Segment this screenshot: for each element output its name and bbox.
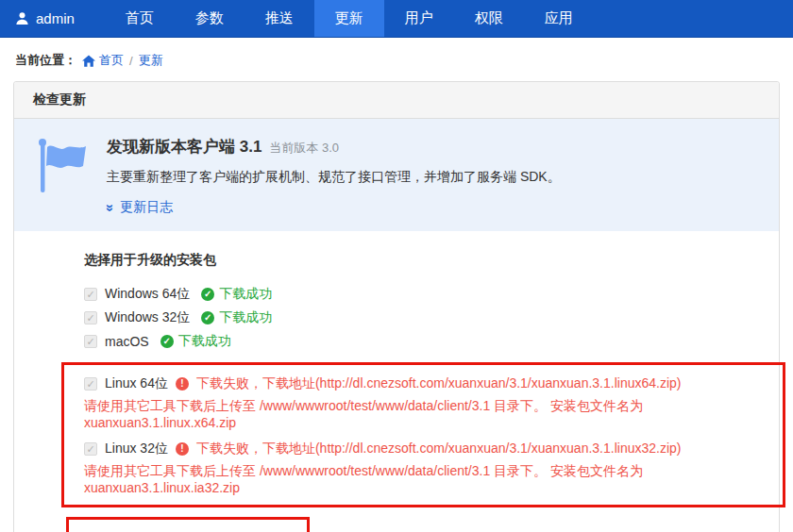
annotation-box-strategy: 选择升级策略 强制 可选 立即发布更新 或 仅保存更新 <box>66 517 310 532</box>
notice-content: 发现新版本客户端 3.1 当前版本 3.0 主要重新整理了客户端的扩展机制、规范… <box>107 136 561 216</box>
packages-section-title: 选择用于升级的安装包 <box>84 252 771 269</box>
annotation-box-failed-packages: ✓ Linux 64位 ! 下载失败，下载地址(http://dl.cnezso… <box>61 362 785 507</box>
nav-item-home[interactable]: 首页 <box>105 0 175 37</box>
current-version-text: 当前版本 3.0 <box>269 140 339 157</box>
changelog-link[interactable]: » 更新日志 <box>107 199 561 216</box>
breadcrumb-home-link[interactable]: 首页 <box>82 52 124 69</box>
package-row-windows32: ✓ Windows 32位 ✓ 下载成功 <box>84 306 771 329</box>
nav-item-params[interactable]: 参数 <box>175 0 245 37</box>
checkbox-windows32[interactable]: ✓ <box>84 311 97 324</box>
download-success-text: 下载成功 <box>219 309 272 326</box>
package-label: macOS <box>105 334 149 349</box>
checkbox-windows64[interactable]: ✓ <box>84 288 97 301</box>
checkbox-linux32[interactable]: ✓ <box>84 442 97 456</box>
checkbox-linux64[interactable]: ✓ <box>84 377 97 391</box>
check-update-panel: 检查更新 发现新版本客户端 3.1 当前版本 3.0 主要重新整理了客户端的扩展… <box>13 81 780 532</box>
success-check-icon: ✓ <box>201 288 214 301</box>
changelog-link-label: 更新日志 <box>120 199 173 216</box>
manual-upload-hint: 请使用其它工具下载后上传至 /www/wwwroot/test/www/data… <box>84 463 773 495</box>
panel-body: 选择用于升级的安装包 ✓ Windows 64位 ✓ 下载成功 ✓ Window… <box>14 231 779 532</box>
nav-item-permissions[interactable]: 权限 <box>454 0 524 37</box>
breadcrumb-separator: / <box>129 54 133 68</box>
manual-upload-hint: 请使用其它工具下载后上传至 /www/wwwroot/test/www/data… <box>84 398 773 430</box>
nav-item-apps[interactable]: 应用 <box>524 0 594 37</box>
user-icon <box>15 11 29 25</box>
user-name: admin <box>36 10 75 26</box>
chevron-double-down-icon: » <box>104 204 118 211</box>
success-check-icon: ✓ <box>160 335 174 348</box>
download-failed-text: 下载失败，下载地址(http://dl.cnezsoft.com/xuanxua… <box>196 375 682 392</box>
breadcrumb-current-link[interactable]: 更新 <box>139 52 163 69</box>
user-menu[interactable]: admin <box>0 0 90 37</box>
breadcrumb: 当前位置： 首页 / 更新 <box>0 38 793 80</box>
package-label: Linux 64位 <box>105 375 168 392</box>
download-success-text: 下载成功 <box>178 333 231 350</box>
download-success-text: 下载成功 <box>219 286 272 303</box>
breadcrumb-label: 当前位置： <box>15 52 76 69</box>
flag-icon <box>39 138 88 192</box>
error-exclamation-icon: ! <box>176 377 189 391</box>
new-version-notice: 发现新版本客户端 3.1 当前版本 3.0 主要重新整理了客户端的扩展机制、规范… <box>14 119 779 231</box>
package-row-macos: ✓ macOS ✓ 下载成功 <box>84 329 771 353</box>
error-exclamation-icon: ! <box>176 442 189 456</box>
panel-title: 检查更新 <box>14 82 779 119</box>
checkbox-macos[interactable]: ✓ <box>84 335 97 348</box>
success-check-icon: ✓ <box>201 311 214 324</box>
package-label: Windows 32位 <box>105 309 190 326</box>
nav-item-push[interactable]: 推送 <box>245 0 314 37</box>
package-row-linux64: ✓ Linux 64位 ! 下载失败，下载地址(http://dl.cnezso… <box>84 373 773 430</box>
package-list: ✓ Windows 64位 ✓ 下载成功 ✓ Windows 32位 ✓ 下载成… <box>84 282 771 353</box>
package-row-linux32: ✓ Linux 32位 ! 下载失败，下载地址(http://dl.cnezso… <box>84 438 773 495</box>
package-label: Linux 32位 <box>105 441 168 457</box>
nav-item-update[interactable]: 更新 <box>314 0 384 37</box>
home-icon <box>82 55 95 67</box>
version-description: 主要重新整理了客户端的扩展机制、规范了接口管理，并增加了服务端 SDK。 <box>107 169 561 186</box>
nav-item-users[interactable]: 用户 <box>384 0 454 37</box>
new-version-title: 发现新版本客户端 3.1 <box>107 136 262 158</box>
package-row-windows64: ✓ Windows 64位 ✓ 下载成功 <box>84 282 771 306</box>
top-navbar: admin 首页 参数 推送 更新 用户 权限 应用 <box>0 0 793 38</box>
download-failed-text: 下载失败，下载地址(http://dl.cnezsoft.com/xuanxua… <box>196 441 682 457</box>
package-label: Windows 64位 <box>105 286 190 303</box>
